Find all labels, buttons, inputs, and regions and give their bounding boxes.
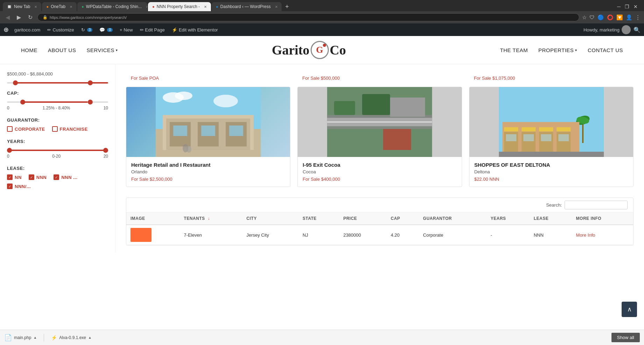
logo-dot bbox=[323, 44, 326, 47]
property-card-2[interactable]: King Street I-95 Exit Cocoa Cocoa For Sa… bbox=[297, 87, 462, 187]
nn-checkbox-box[interactable] bbox=[7, 174, 13, 180]
content-area: For Sale POA For Sale $500,000 For Sale … bbox=[115, 64, 644, 252]
admin-right: Howdy, marketing 🔍 bbox=[583, 25, 641, 34]
svg-rect-31 bbox=[539, 127, 553, 131]
cell-more-info[interactable]: More Info bbox=[572, 225, 633, 245]
price-slider[interactable] bbox=[7, 82, 108, 84]
bottom-file-1[interactable]: 📄 main.php ▲ bbox=[4, 334, 44, 342]
cap-slider-thumb-left[interactable] bbox=[20, 100, 25, 105]
file-icon: 📄 bbox=[4, 334, 12, 342]
nav-team[interactable]: THE TEAM bbox=[500, 47, 528, 53]
sort-arrow-icon: ↓ bbox=[208, 216, 210, 221]
nnn-checkbox-box[interactable] bbox=[29, 174, 34, 180]
tab-onetab[interactable]: ● OneTab ✕ bbox=[42, 2, 77, 11]
bottom-file-2[interactable]: ⚡ Alva-0.9.1.exe ▲ bbox=[51, 335, 92, 340]
nav-about[interactable]: ABOUT US bbox=[48, 47, 76, 53]
close-icon[interactable]: ✕ bbox=[634, 4, 638, 9]
nav-left: HOME ABOUT US SERVICES ▾ bbox=[21, 47, 118, 53]
chevron-up-icon[interactable]: ▲ bbox=[33, 336, 37, 339]
updates-item[interactable]: ↻ 3 bbox=[78, 26, 95, 34]
wp-logo[interactable]: ⊕ bbox=[3, 26, 9, 34]
slider-thumb-left[interactable] bbox=[13, 80, 18, 85]
back-button[interactable]: ◀ bbox=[3, 13, 12, 21]
more-info-link[interactable]: More Info bbox=[576, 232, 595, 238]
lock-icon: 🔒 bbox=[43, 15, 48, 20]
reload-button[interactable]: ↻ bbox=[26, 13, 35, 21]
corporate-checkbox[interactable]: CORPORATE bbox=[7, 126, 45, 132]
extension-icon-4[interactable]: 🔽 bbox=[616, 14, 623, 21]
price-strip-3: For Sale $1,075,000 bbox=[469, 71, 634, 85]
extension-icon-3[interactable]: ⭕ bbox=[607, 14, 614, 21]
tab-close-icon[interactable]: ✕ bbox=[204, 5, 207, 9]
tab-close-icon[interactable]: ✕ bbox=[275, 5, 278, 9]
nnn-checkbox[interactable]: NNN bbox=[29, 174, 47, 180]
edit-elementor-item[interactable]: ⚡ Edit with Elementor bbox=[169, 26, 221, 34]
restore-icon[interactable]: ❐ bbox=[625, 4, 629, 9]
forward-button[interactable]: ▶ bbox=[15, 13, 23, 21]
card-image-2: King Street bbox=[298, 87, 461, 157]
nnn3-checkbox-box[interactable] bbox=[7, 184, 13, 189]
property-card-3[interactable]: SHOPPES OF EAST DELTONA Deltona $22.00 N… bbox=[469, 87, 634, 187]
years-slider-thumb-left[interactable] bbox=[7, 148, 12, 153]
col-image: IMAGE bbox=[126, 213, 180, 225]
tab-close-icon[interactable]: ✕ bbox=[34, 5, 37, 9]
corporate-checkbox-box[interactable] bbox=[7, 126, 13, 132]
nnn3-checkbox[interactable]: NNN/... bbox=[7, 184, 31, 189]
tab-close-icon[interactable]: ✕ bbox=[146, 5, 147, 9]
profile-icon[interactable]: 👤 bbox=[626, 14, 632, 21]
nav-properties[interactable]: PROPERTIES ▾ bbox=[538, 47, 577, 53]
svg-point-13 bbox=[175, 92, 192, 100]
franchise-checkbox-box[interactable] bbox=[52, 126, 58, 132]
col-tenants[interactable]: TENANTS ↓ bbox=[180, 213, 242, 225]
customize-item[interactable]: ✏ Customize bbox=[44, 26, 77, 34]
show-all-button[interactable]: Show all bbox=[611, 333, 640, 342]
minimize-icon[interactable]: ─ bbox=[617, 4, 621, 9]
address-bar[interactable]: 🔒 https://www.garitoco.com/nnnpropertyse… bbox=[37, 13, 579, 21]
property-card-1[interactable]: Heritage Retail and I Restaurant Orlando… bbox=[126, 87, 290, 187]
site-name-item[interactable]: garitoco.com bbox=[12, 26, 43, 34]
data-table-section: Search: IMAGE TENANTS ↓ CITY bbox=[126, 197, 634, 245]
nn-checkbox[interactable]: NN bbox=[7, 174, 22, 180]
years-slider[interactable] bbox=[7, 150, 108, 151]
col-years: YEARS bbox=[486, 213, 529, 225]
cap-slider-thumb-right[interactable] bbox=[88, 100, 93, 105]
card-title-2: I-95 Exit Cocoa bbox=[303, 162, 457, 168]
tab-nnn-property[interactable]: ● NNN Property Search - ✕ bbox=[148, 2, 211, 11]
menu-icon[interactable]: ⋮ bbox=[635, 14, 641, 21]
nav-home[interactable]: HOME bbox=[21, 47, 37, 53]
search-icon[interactable]: 🔍 bbox=[634, 27, 641, 33]
extension-icon-1[interactable]: 🛡 bbox=[589, 14, 595, 20]
bookmark-star-icon[interactable]: ☆ bbox=[582, 14, 587, 21]
franchise-checkbox[interactable]: FRANCHISE bbox=[52, 126, 88, 132]
tab-close-icon[interactable]: ✕ bbox=[70, 5, 72, 9]
slider-thumb-right[interactable] bbox=[88, 80, 93, 85]
tab-new-tab[interactable]: 🔲 New Tab ✕ bbox=[3, 2, 41, 11]
cap-slider[interactable] bbox=[7, 101, 108, 103]
new-item[interactable]: + New bbox=[117, 26, 136, 34]
property-data-table: IMAGE TENANTS ↓ CITY STATE bbox=[126, 213, 633, 245]
new-tab-button[interactable]: + bbox=[282, 3, 292, 10]
nnn2-checkbox[interactable]: NNN ... bbox=[54, 174, 77, 180]
chevron-down-icon: ▾ bbox=[575, 48, 577, 52]
table-row[interactable]: 7-Eleven Jersey City NJ 2380000 4.20 Cor… bbox=[126, 225, 633, 245]
years-slider-labels: 0 0-20 20 bbox=[7, 154, 108, 159]
table-search-input[interactable] bbox=[565, 201, 628, 209]
svg-rect-20 bbox=[362, 94, 390, 115]
extension-icon-2[interactable]: 🔵 bbox=[597, 14, 604, 21]
comments-item[interactable]: 💬 0 bbox=[97, 26, 115, 34]
tab-dashboard[interactable]: ● Dashboard ‹ — WordPress ✕ bbox=[212, 2, 282, 11]
nav-contact[interactable]: CONTACT US bbox=[588, 47, 623, 53]
chevron-up-icon[interactable]: ▲ bbox=[88, 336, 92, 339]
nav-services[interactable]: SERVICES ▾ bbox=[86, 47, 118, 53]
years-slider-thumb-right[interactable] bbox=[103, 148, 108, 153]
lease-checkboxes-row2: NNN/... bbox=[7, 184, 108, 189]
edit-page-item[interactable]: ✏ Edit Page bbox=[137, 26, 168, 34]
nnn2-checkbox-box[interactable] bbox=[54, 174, 59, 180]
lease-label: LEASE: bbox=[7, 166, 108, 171]
price-strip-1: For Sale POA bbox=[126, 71, 290, 85]
svg-rect-41 bbox=[499, 152, 604, 157]
back-to-top-button[interactable]: ∧ bbox=[622, 302, 637, 317]
cap-filter: CAP: 0 1.25% - 8.40% 10 bbox=[7, 91, 108, 110]
tab-wpdatatable[interactable]: ● WPDataTable - Coding Shin... ✕ bbox=[77, 2, 147, 11]
site-logo[interactable]: Garito G Co bbox=[272, 41, 346, 59]
